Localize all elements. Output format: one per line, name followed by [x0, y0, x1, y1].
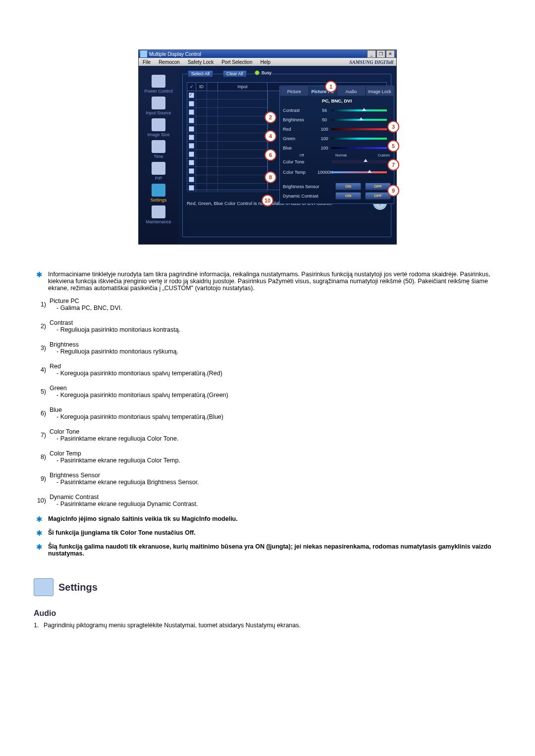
- brightness-sensor-off-button[interactable]: OFF: [365, 183, 391, 190]
- checkbox-icon[interactable]: [189, 93, 194, 98]
- sidebar-label: Input Source: [146, 110, 171, 115]
- table-row[interactable]: [187, 133, 268, 142]
- item-title: Contrast: [50, 319, 73, 326]
- menubar: File Remocon Safety Lock Port Selection …: [139, 58, 396, 66]
- sidebar-item-time[interactable]: Time: [152, 140, 165, 159]
- table-row[interactable]: [187, 142, 268, 150]
- sidebar-item-image-size[interactable]: Image Size: [147, 118, 169, 137]
- restore-button[interactable]: ❐: [376, 50, 385, 58]
- table-row[interactable]: [187, 167, 268, 175]
- checkbox-icon[interactable]: [189, 118, 194, 123]
- callout-5: 5: [387, 140, 399, 152]
- item-desc: - Galima PC, BNC, DVI.: [50, 304, 122, 311]
- control-color-tone: Off Normal Custom Color Tone: [280, 152, 394, 167]
- control-brightness-sensor: Brightness Sensor ON OFF: [280, 182, 394, 191]
- color-temp-slider[interactable]: [331, 171, 387, 173]
- brightness-sensor-on-button[interactable]: ON: [335, 183, 361, 190]
- sidebar-item-maintenance[interactable]: Maintenance: [146, 205, 171, 224]
- item-num: 4): [35, 362, 48, 377]
- item-title: Blue: [50, 406, 62, 413]
- col-id: ID: [196, 83, 207, 91]
- table-row[interactable]: [187, 108, 268, 116]
- item-num: 6): [35, 406, 48, 421]
- tab-audio[interactable]: Audio: [337, 86, 366, 96]
- pip-icon: [152, 162, 165, 175]
- checkbox-icon[interactable]: [189, 135, 194, 140]
- item-num: 1): [35, 297, 48, 312]
- menu-help[interactable]: Help: [256, 59, 274, 65]
- table-row[interactable]: [187, 91, 268, 100]
- blue-slider[interactable]: [331, 147, 387, 149]
- grid-rows: [187, 91, 268, 190]
- tab-image-lock[interactable]: Image Lock: [366, 86, 394, 96]
- star-note-3: ✱Šią funkciją galima naudoti tik ekranuo…: [34, 542, 501, 558]
- callout-6: 6: [265, 149, 276, 161]
- sidebar-item-settings[interactable]: Settings: [151, 184, 167, 202]
- table-row[interactable]: [187, 184, 268, 192]
- green-label: Green: [283, 136, 318, 141]
- checkbox-icon[interactable]: [189, 160, 194, 165]
- green-slider[interactable]: [331, 138, 387, 140]
- menu-file[interactable]: File: [139, 59, 155, 65]
- sidebar-label: PIP: [155, 176, 162, 181]
- busy-icon: [255, 70, 260, 75]
- menu-safety-lock[interactable]: Safety Lock: [184, 59, 217, 65]
- menu-port-selection[interactable]: Port Selection: [217, 59, 256, 65]
- checkbox-icon[interactable]: [189, 185, 194, 191]
- sidebar-item-input-source[interactable]: Input Source: [146, 97, 171, 115]
- control-dynamic-contrast: Dynamic Contrast ON OFF: [280, 191, 394, 201]
- dynamic-contrast-on-button[interactable]: ON: [335, 192, 361, 200]
- sidebar-item-power-control[interactable]: Power Control: [144, 75, 172, 94]
- star-note-text: MagicInfo įėjimo signalo šaltinis veikia…: [48, 515, 238, 524]
- red-value: 100: [318, 127, 331, 132]
- item-title: Color Tone: [50, 428, 79, 435]
- power-icon: [152, 75, 165, 88]
- color-temp-label: Color Temp: [283, 170, 318, 175]
- sidebar-item-pip[interactable]: PIP: [152, 162, 165, 181]
- dynamic-contrast-off-button[interactable]: OFF: [365, 192, 391, 200]
- table-row[interactable]: [187, 158, 268, 167]
- item-desc: - Pasirinktame ekrane reguliuoja Brightn…: [50, 479, 199, 486]
- item-num: 2): [35, 319, 48, 334]
- contrast-slider[interactable]: [331, 109, 387, 111]
- minimize-button[interactable]: _: [367, 50, 376, 58]
- section-subtitle: Audio: [34, 609, 501, 618]
- control-color-temp: Color Temp 10000K: [280, 167, 394, 177]
- time-icon: [152, 140, 165, 153]
- star-note-text: Ši funkcija įjungiama tik Color Tone nus…: [48, 529, 196, 538]
- star-icon: ✱: [35, 515, 43, 523]
- table-row[interactable]: [187, 116, 268, 125]
- star-icon: ✱: [35, 529, 43, 537]
- callout-2: 2: [265, 111, 276, 123]
- busy-label: Busy: [262, 70, 271, 75]
- color-tone-slider[interactable]: [331, 160, 387, 163]
- item-desc: - Pasirinktame ekrane reguliuoja Dynamic…: [50, 501, 198, 507]
- sidebar: Power Control Input Source Image Size Ti…: [139, 66, 178, 244]
- sidebar-label: Maintenance: [146, 219, 171, 224]
- brand-label: SAMSUNG DIGITall: [349, 59, 396, 65]
- checkbox-icon[interactable]: [189, 151, 194, 157]
- item-num: 9): [35, 471, 48, 486]
- sidebar-label: Time: [154, 154, 163, 159]
- table-row[interactable]: [187, 125, 268, 133]
- menu-remocon[interactable]: Remocon: [155, 59, 184, 65]
- tab-picture[interactable]: Picture: [280, 86, 309, 96]
- table-row[interactable]: [187, 175, 268, 184]
- table-row[interactable]: [187, 150, 268, 158]
- checkbox-icon[interactable]: [189, 168, 194, 174]
- control-red: Red 100: [280, 124, 394, 134]
- table-row[interactable]: [187, 100, 268, 108]
- select-all-button[interactable]: Select All: [188, 70, 213, 77]
- clear-all-button[interactable]: Clear All: [223, 70, 247, 77]
- brightness-slider[interactable]: [331, 119, 387, 121]
- tone-opt: Off: [300, 153, 304, 157]
- red-slider[interactable]: [331, 128, 387, 130]
- checkbox-icon[interactable]: [189, 109, 194, 115]
- callout-4: 4: [265, 130, 276, 142]
- checkbox-icon[interactable]: [189, 177, 194, 182]
- checkbox-icon[interactable]: [189, 126, 194, 132]
- checkbox-icon[interactable]: [189, 143, 194, 149]
- close-button[interactable]: ✕: [386, 50, 395, 58]
- checkbox-icon[interactable]: [189, 101, 194, 106]
- blue-value: 100: [318, 146, 331, 151]
